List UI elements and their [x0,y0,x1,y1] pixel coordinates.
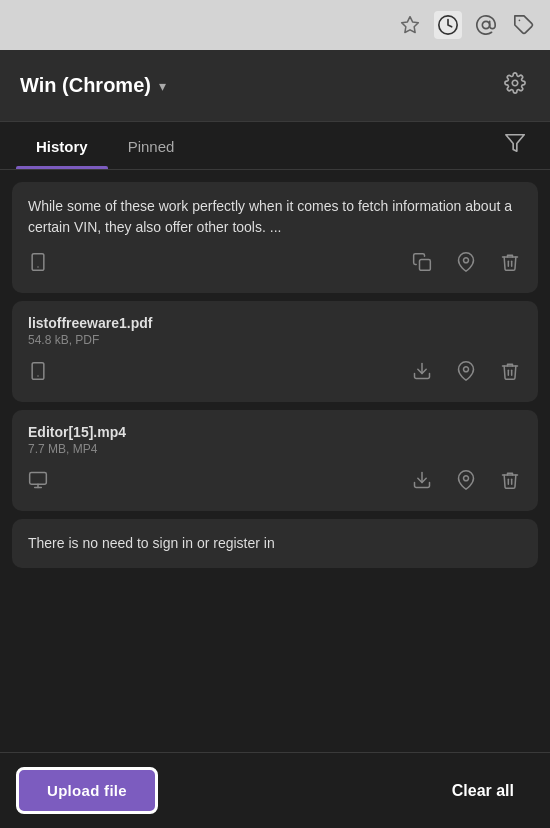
download-button[interactable] [410,359,434,388]
list-item: While some of these work perfectly when … [12,182,538,293]
delete-button[interactable] [498,468,522,497]
item-actions [28,468,522,497]
actions-right [410,359,522,388]
list-item: There is no need to sign in or register … [12,519,538,568]
delete-button[interactable] [498,250,522,279]
item-meta: 7.7 MB, MP4 [28,442,522,456]
item-actions [28,359,522,388]
panel-header: Win (Chrome) ▾ [0,50,550,122]
tabs-bar: History Pinned [0,122,550,170]
svg-rect-14 [30,473,47,485]
phone-icon [28,361,48,386]
item-text-content: There is no need to sign in or register … [28,533,522,554]
delete-button[interactable] [498,359,522,388]
tab-pinned[interactable]: Pinned [108,122,195,169]
pin-button[interactable] [454,250,478,279]
item-meta: 54.8 kB, PDF [28,333,522,347]
item-filename: listoffreeware1.pdf [28,315,522,331]
clear-all-button[interactable]: Clear all [432,770,534,812]
download-button[interactable] [410,468,434,497]
tab-history[interactable]: History [16,122,108,169]
item-text-content: While some of these work perfectly when … [28,196,522,238]
settings-button[interactable] [500,68,530,103]
pin-button[interactable] [454,468,478,497]
pin-button[interactable] [454,359,478,388]
star-icon[interactable] [396,11,424,39]
footer-bar: Upload file Clear all [0,752,550,828]
title-area: Win (Chrome) ▾ [20,74,166,97]
svg-point-13 [464,367,469,372]
clock-pie-icon[interactable] [434,11,462,39]
svg-rect-6 [32,254,44,271]
monitor-icon [28,470,48,495]
chevron-down-icon[interactable]: ▾ [159,78,166,94]
svg-rect-8 [420,260,431,271]
panel-title: Win (Chrome) [20,74,151,97]
copy-button[interactable] [410,250,434,279]
svg-marker-5 [506,135,524,152]
svg-point-18 [464,476,469,481]
svg-point-4 [512,80,518,86]
svg-marker-0 [402,17,419,33]
upload-file-button[interactable]: Upload file [16,767,158,814]
at-icon[interactable] [472,11,500,39]
item-actions [28,250,522,279]
svg-point-2 [482,21,489,28]
extension-panel: Win (Chrome) ▾ History Pinned While some… [0,50,550,828]
item-filename: Editor[15].mp4 [28,424,522,440]
svg-point-9 [464,258,469,263]
actions-right [410,250,522,279]
list-item: listoffreeware1.pdf 54.8 kB, PDF [12,301,538,402]
actions-right [410,468,522,497]
puzzle-icon[interactable] [510,11,538,39]
phone-icon [28,252,48,277]
filter-button[interactable] [496,128,534,163]
history-list: While some of these work perfectly when … [0,170,550,752]
list-item: Editor[15].mp4 7.7 MB, MP4 [12,410,538,511]
svg-rect-10 [32,363,44,380]
browser-chrome [0,0,550,50]
